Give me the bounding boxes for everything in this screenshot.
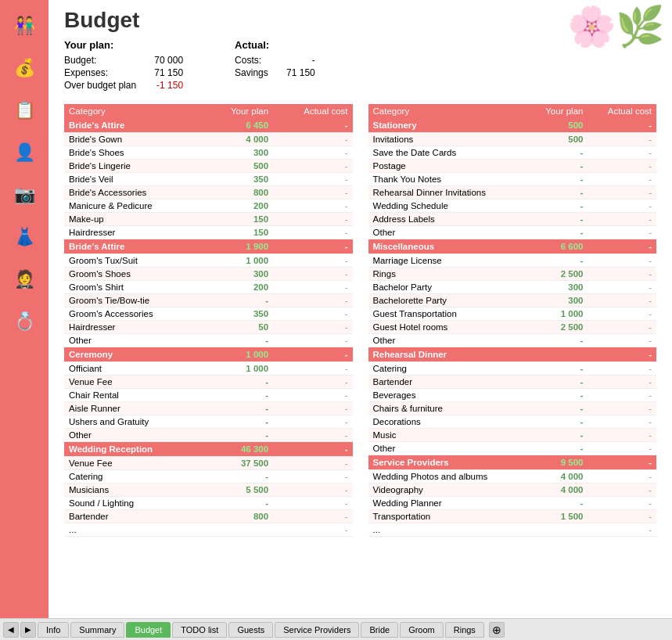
table-row: Guest Transportation 1 000 -: [368, 307, 657, 321]
camera-icon[interactable]: 📷: [5, 175, 44, 214]
table-row: Other - -: [368, 334, 657, 347]
item-name: Bride's Gown: [64, 133, 203, 146]
tab-add-button[interactable]: ⊕: [489, 622, 505, 638]
item-actual: -: [273, 160, 352, 173]
category-row: Stationery 500 -: [368, 118, 657, 133]
item-plan: 1 500: [527, 510, 588, 523]
person-icon[interactable]: 👤: [5, 133, 44, 172]
item-actual: -: [588, 268, 656, 281]
dress-icon[interactable]: 👗: [5, 218, 44, 257]
category-plan: 1 000: [203, 347, 273, 362]
tabs-container: InfoSummaryBudgetTODO listGuestsService …: [38, 622, 484, 638]
item-actual: -: [588, 497, 656, 510]
item-name: Groom's Accessories: [64, 307, 203, 321]
category-actual: -: [273, 239, 352, 254]
item-plan: -: [527, 376, 588, 389]
item-actual: -: [273, 186, 352, 200]
table-row: Other - -: [64, 334, 353, 347]
item-actual: -: [588, 160, 656, 173]
tab-groom[interactable]: Groom: [400, 622, 444, 638]
item-name: Make-up: [64, 213, 203, 226]
table-row: Bride's Accessories 800 -: [64, 186, 353, 200]
item-actual: -: [588, 334, 656, 347]
category-actual: -: [273, 347, 352, 362]
tab-bride[interactable]: Bride: [361, 622, 398, 638]
table-row: Groom's Tie/Bow-tie - -: [64, 294, 353, 307]
table-row: Manicure & Pedicure 200 -: [64, 200, 353, 213]
suit-icon[interactable]: 🤵: [5, 260, 44, 299]
item-name: Bride's Accessories: [64, 186, 203, 200]
tab-summary[interactable]: Summary: [70, 622, 124, 638]
ring-icon[interactable]: 💍: [5, 302, 44, 341]
table-row: Aisle Runner - -: [64, 402, 353, 415]
table-row: Other - -: [368, 226, 657, 239]
tab-guests[interactable]: Guests: [228, 622, 273, 638]
item-actual: -: [588, 389, 656, 402]
item-actual: -: [588, 200, 656, 213]
item-plan: -: [203, 402, 273, 415]
category-name: Service Providers: [368, 455, 528, 470]
item-plan: 500: [203, 160, 273, 173]
right-budget-table: Category Your plan Actual cost Stationer…: [368, 104, 657, 537]
table-row: Venue Fee 37 500 -: [64, 457, 353, 470]
table-row: Transportation 1 500 -: [368, 510, 657, 523]
category-plan: 1 900: [203, 239, 273, 254]
item-actual: -: [273, 307, 352, 321]
item-plan: 1 000: [527, 307, 588, 321]
item-actual: -: [588, 523, 656, 537]
category-row: Wedding Reception 46 300 -: [64, 442, 353, 457]
item-plan: 1 000: [203, 254, 273, 268]
item-plan: -: [527, 415, 588, 429]
item-plan: -: [203, 497, 273, 510]
item-actual: -: [273, 200, 352, 213]
tab-service-providers[interactable]: Service Providers: [275, 622, 359, 638]
item-name: Catering: [64, 470, 203, 484]
item-actual: -: [588, 321, 656, 334]
tab-rings[interactable]: Rings: [445, 622, 484, 638]
item-actual: -: [588, 484, 656, 497]
couple-icon[interactable]: 👫: [5, 6, 44, 45]
category-name: Bride's Attire: [64, 239, 203, 254]
over-label: Over budget plan: [64, 79, 141, 92]
table-row: Beverages - -: [368, 389, 657, 402]
item-name: Other: [64, 429, 203, 442]
category-row: Ceremony 1 000 -: [64, 347, 353, 362]
item-plan: -: [203, 429, 273, 442]
item-actual: -: [588, 362, 656, 376]
table-row: Bartender - -: [368, 376, 657, 389]
actual-section: Actual: Costs: - Savings 71 150: [235, 39, 320, 92]
tab-budget[interactable]: Budget: [126, 622, 171, 638]
table-row: Decorations - -: [368, 415, 657, 429]
right-col-actual: Actual cost: [588, 104, 656, 118]
category-name: Rehearsal Dinner: [368, 347, 528, 362]
table-row: Bride's Lingerie 500 -: [64, 160, 353, 173]
item-plan: -: [527, 213, 588, 226]
table-row: Wedding Planner - -: [368, 497, 657, 510]
plan-label: Your plan:: [64, 39, 188, 51]
item-actual: -: [588, 254, 656, 268]
item-plan: 300: [203, 268, 273, 281]
left-budget-table: Category Your plan Actual cost Bride's A…: [64, 104, 353, 537]
table-row: Wedding Schedule - -: [368, 200, 657, 213]
tab-todo-list[interactable]: TODO list: [172, 622, 227, 638]
item-name: Bartender: [64, 510, 203, 523]
tab-info[interactable]: Info: [38, 622, 69, 638]
money-icon[interactable]: 💰: [5, 49, 44, 88]
table-row: Marriage License - -: [368, 254, 657, 268]
item-name: Invitations: [368, 133, 528, 146]
table-row: Musicians 5 500 -: [64, 484, 353, 497]
tab-next-button[interactable]: ▶: [20, 622, 36, 638]
tab-prev-button[interactable]: ◀: [3, 622, 19, 638]
item-name: Bachelor Party: [368, 281, 528, 294]
item-plan: 1 000: [203, 362, 273, 376]
item-plan: 800: [203, 510, 273, 523]
item-plan: -: [527, 334, 588, 347]
item-plan: -: [527, 442, 588, 455]
category-actual: -: [588, 347, 656, 362]
costs-label: Costs:: [235, 54, 273, 67]
category-name: Bride's Attire: [64, 118, 203, 133]
table-row: Catering - -: [368, 362, 657, 376]
table-row: Groom's Tux/Suit 1 000 -: [64, 254, 353, 268]
item-plan: 800: [203, 186, 273, 200]
list-icon[interactable]: 📋: [5, 91, 44, 130]
